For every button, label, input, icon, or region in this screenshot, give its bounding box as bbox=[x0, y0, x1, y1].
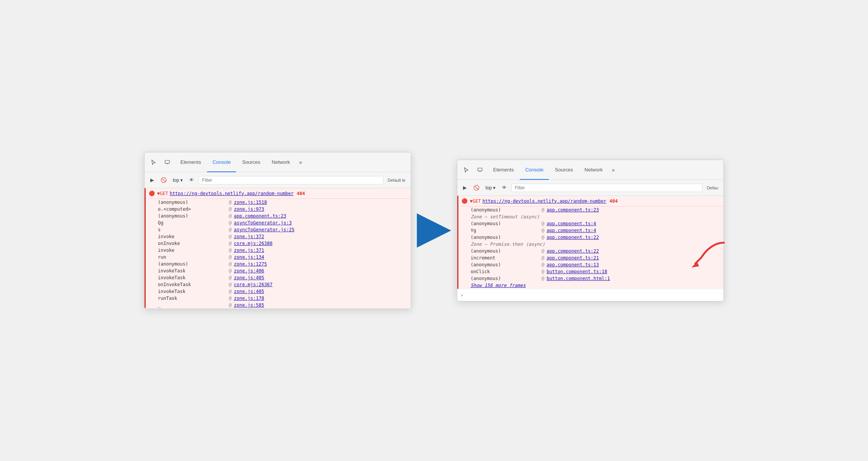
table-row: runTask @ zone.js:178 bbox=[146, 295, 411, 302]
filter-input[interactable] bbox=[199, 176, 383, 184]
right-console-content: 🔴 ▼GET https://ng-devtools.netlify.app/r… bbox=[457, 196, 723, 301]
stack-link[interactable]: zone.js:405 bbox=[234, 275, 264, 280]
stack-link[interactable]: app.component.ts:22 bbox=[547, 235, 599, 240]
table-row: invokeTask @ zone.js:405 bbox=[146, 288, 411, 295]
table-row: invokeTask @ zone.js:406 bbox=[146, 267, 411, 274]
table-row: onInvokeTask @ core.mjs:26367 bbox=[146, 281, 411, 288]
stack-link[interactable]: button.component.html:1 bbox=[547, 276, 610, 281]
stack-link[interactable]: zone.js:372 bbox=[234, 234, 264, 239]
stack-link[interactable]: app.component.ts:13 bbox=[547, 262, 599, 267]
left-error-group: 🔴 ▼GET https://ng-devtools.netlify.app/r… bbox=[145, 188, 411, 309]
right-error-prefix: ▼GET bbox=[470, 198, 481, 204]
stack-link[interactable]: zone.js:1275 bbox=[234, 261, 267, 267]
blue-arrow-shape bbox=[417, 213, 451, 248]
stack-link[interactable]: app.component.ts:23 bbox=[547, 207, 599, 213]
right-error-url[interactable]: https://ng-devtools.netlify.app/random-n… bbox=[482, 198, 606, 204]
table-row: o.<computed> @ zone.js:973 bbox=[146, 206, 411, 213]
stack-link[interactable]: app.component.ts:4 bbox=[547, 221, 596, 226]
stack-link[interactable]: zone.js:973 bbox=[234, 206, 264, 212]
right-device-icon[interactable] bbox=[474, 164, 485, 176]
error-prefix: ▼GET bbox=[157, 191, 168, 196]
stack-link[interactable]: asyncToGenerator.js:3 bbox=[234, 220, 292, 226]
right-run-icon[interactable]: ▶ bbox=[460, 183, 469, 192]
left-tab-bar: Elements Console Sources Network » bbox=[145, 152, 411, 172]
stack-link[interactable]: app.component.ts:22 bbox=[547, 248, 599, 254]
left-tab-network[interactable]: Network bbox=[267, 153, 296, 172]
right-filter-input[interactable] bbox=[511, 184, 702, 192]
right-tab-elements[interactable]: Elements bbox=[488, 160, 519, 180]
table-row: Yg @ app.component.ts:4 bbox=[458, 227, 723, 234]
stack-link[interactable]: zone.js:406 bbox=[234, 268, 264, 274]
page-container: Elements Console Sources Network » ▶ 🚫 t… bbox=[129, 137, 739, 324]
left-devtools-panel: Elements Console Sources Network » ▶ 🚫 t… bbox=[144, 152, 411, 309]
context-selector[interactable]: top ▾ bbox=[170, 177, 185, 184]
left-error-header: 🔴 ▼GET https://ng-devtools.netlify.app/r… bbox=[146, 188, 411, 199]
right-tab-more[interactable]: » bbox=[609, 160, 618, 180]
table-row: Zone — Promise.then (async) bbox=[458, 241, 723, 248]
right-error-code: 404 bbox=[609, 198, 618, 204]
right-error-group: 🔴 ▼GET https://ng-devtools.netlify.app/r… bbox=[457, 196, 723, 289]
left-tab-console[interactable]: Console bbox=[207, 153, 236, 172]
stack-link[interactable]: zone.js:371 bbox=[234, 248, 264, 253]
table-row: (anonymous) @ app.component.ts:13 bbox=[458, 261, 723, 268]
cursor-icon[interactable] bbox=[148, 157, 159, 168]
right-cursor-icon[interactable] bbox=[460, 164, 472, 176]
stack-link[interactable]: core.mjs:26380 bbox=[234, 241, 272, 246]
run-icon[interactable]: ▶ bbox=[148, 176, 157, 185]
left-tab-elements[interactable]: Elements bbox=[175, 153, 206, 172]
table-row: invoke @ zone.js:371 bbox=[146, 247, 411, 254]
table-row: (anonymous) @ zone.js:1518 bbox=[146, 199, 411, 206]
table-row: (anonymous) @ zone.js:1275 bbox=[146, 261, 411, 267]
svg-rect-3 bbox=[478, 168, 482, 171]
clear-icon[interactable]: 🚫 bbox=[159, 176, 168, 185]
table-row: run @ zone.js:134 bbox=[146, 254, 411, 261]
stack-link[interactable]: core.mjs:26367 bbox=[234, 282, 272, 287]
left-tab-more[interactable]: » bbox=[296, 153, 305, 172]
table-row: (anonymous) @ button.component.html:1 bbox=[458, 275, 723, 282]
right-tab-console[interactable]: Console bbox=[520, 160, 549, 180]
right-tab-sources[interactable]: Sources bbox=[550, 160, 579, 180]
table-row: invoke @ zone.js:372 bbox=[146, 233, 411, 240]
stack-link[interactable]: zone.js:178 bbox=[234, 296, 264, 301]
right-context-selector[interactable]: top ▾ bbox=[483, 184, 498, 191]
table-row: (anonymous) @ app.component.ts:23 bbox=[146, 213, 411, 219]
stack-link[interactable]: button.component.ts:18 bbox=[547, 269, 607, 274]
left-tab-sources[interactable]: Sources bbox=[237, 153, 266, 172]
stack-link[interactable]: zone.js:585 bbox=[234, 303, 264, 308]
table-row: (anonymous) @ app.component.ts:22 bbox=[458, 248, 723, 255]
left-error-url[interactable]: https://ng-devtools.netlify.app/random-n… bbox=[170, 191, 294, 196]
left-toolbar: ▶ 🚫 top ▾ 👁 Default le bbox=[145, 172, 411, 188]
stack-link[interactable]: app.component.ts:4 bbox=[547, 228, 596, 233]
stack-link[interactable]: zone.js:405 bbox=[234, 289, 264, 294]
default-levels-label: Default le bbox=[386, 178, 408, 182]
show-more-row: Show 156 more frames bbox=[458, 282, 723, 289]
table-row: (anonymous) @ app.component.ts:23 bbox=[458, 206, 723, 213]
stack-link[interactable]: zone.js:134 bbox=[234, 255, 264, 260]
right-tab-network[interactable]: Network bbox=[579, 160, 608, 180]
left-console-content: 🔴 ▼GET https://ng-devtools.netlify.app/r… bbox=[145, 188, 411, 309]
right-clear-icon[interactable]: 🚫 bbox=[472, 183, 481, 192]
table-row: (anonymous) @ app.component.ts:4 bbox=[458, 220, 723, 227]
right-error-header: 🔴 ▼GET https://ng-devtools.netlify.app/r… bbox=[458, 196, 723, 206]
right-tab-bar: Elements Console Sources Network » bbox=[457, 160, 723, 180]
chevron-down-icon: ▾ bbox=[180, 178, 183, 183]
left-error-code: 404 bbox=[297, 191, 305, 196]
right-chevron-down-icon: ▾ bbox=[493, 185, 495, 190]
show-more-frames-link[interactable]: Show 156 more frames bbox=[471, 283, 526, 288]
eye-icon[interactable]: 👁 bbox=[187, 176, 196, 185]
device-icon[interactable] bbox=[161, 157, 173, 168]
table-row: increment @ app.component.ts:21 bbox=[458, 255, 723, 261]
right-default-levels-label: Defau bbox=[705, 186, 720, 190]
right-error-circle-icon: 🔴 bbox=[461, 198, 468, 204]
stack-link[interactable]: app.component.ts:23 bbox=[234, 213, 286, 219]
stack-link[interactable]: asyncToGenerator.js:25 bbox=[234, 227, 294, 232]
stack-link[interactable]: app.component.ts:21 bbox=[547, 255, 599, 261]
table-row: invokeTask @ zone.js:405 bbox=[146, 274, 411, 281]
error-circle-icon: 🔴 bbox=[149, 190, 155, 196]
table-row: onInvoke @ core.mjs:26380 bbox=[146, 240, 411, 247]
table-row: s @ asyncToGenerator.js:25 bbox=[146, 226, 411, 233]
right-console-prompt: › bbox=[457, 289, 723, 301]
right-eye-icon[interactable]: 👁 bbox=[500, 183, 509, 192]
stack-link[interactable]: zone.js:1518 bbox=[234, 200, 267, 205]
table-row: Zone — setTimeout (async) bbox=[458, 213, 723, 220]
